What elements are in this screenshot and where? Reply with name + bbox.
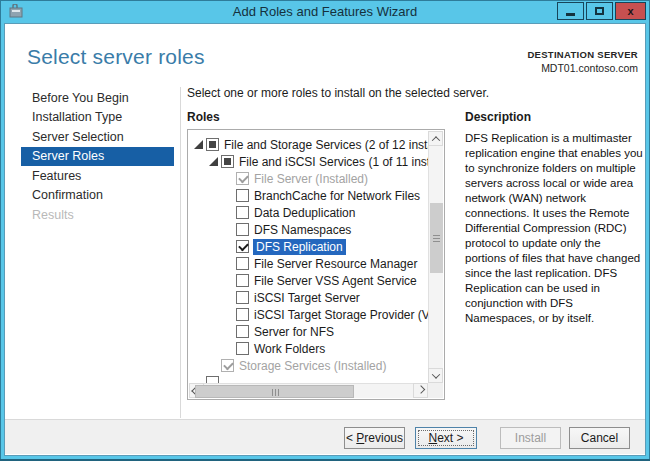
tree-item-label[interactable]: BranchCache for Network Files (254, 189, 420, 203)
tree-row-file-server-vss-agent-service[interactable]: File Server VSS Agent Service (189, 272, 428, 289)
checkbox-indeterminate[interactable] (221, 155, 234, 168)
checkbox-checked-disabled[interactable] (221, 359, 234, 372)
tree-item-label[interactable]: File Server Resource Manager (254, 257, 417, 271)
maximize-button[interactable] (586, 2, 613, 20)
tree-row-file-and-iscsi-services-1-of-1[interactable]: File and iSCSI Services (1 of 11 install… (189, 153, 428, 170)
checkbox-unchecked[interactable] (236, 189, 249, 202)
minimize-icon (566, 13, 575, 16)
roles-tree: File and Storage Services (2 of 12 insta… (189, 131, 428, 383)
description-title: Description (465, 110, 531, 124)
scrollbar-corner (428, 383, 443, 398)
vertical-scrollbar[interactable] (428, 131, 443, 383)
tree-item-label[interactable]: iSCSI Target Server (254, 291, 360, 305)
maximize-icon (595, 7, 604, 15)
install-button[interactable]: Install (500, 427, 561, 449)
close-button[interactable]: x (615, 2, 646, 20)
next-button[interactable]: Next > (415, 427, 477, 449)
scroll-up-button[interactable] (428, 131, 443, 146)
sidebar-divider (180, 87, 181, 418)
tree-item-label[interactable]: Work Folders (254, 342, 325, 356)
expander-icon[interactable] (194, 140, 203, 149)
close-icon: x (627, 6, 633, 17)
checkbox-unchecked[interactable] (236, 342, 249, 355)
sidebar-item-results: Results (21, 205, 174, 225)
tree-item-label[interactable]: iSCSI Target Storage Provider (VDS and V… (254, 308, 428, 322)
scroll-down-button[interactable] (428, 368, 443, 383)
expander-icon[interactable] (209, 157, 218, 166)
description-body: DFS Replication is a multimaster replica… (465, 131, 643, 326)
checkbox-unchecked[interactable] (236, 308, 249, 321)
cancel-button[interactable]: Cancel (569, 427, 630, 449)
tree-row-file-server-installed[interactable]: File Server (Installed) (189, 170, 428, 187)
tree-row-file-and-storage-services-2-of[interactable]: File and Storage Services (2 of 12 insta… (189, 136, 428, 153)
checkbox-checked[interactable] (236, 240, 249, 253)
minimize-button[interactable] (557, 2, 584, 20)
checkbox-checked-disabled[interactable] (236, 172, 249, 185)
destination-label: DESTINATION SERVER (527, 49, 638, 60)
tree-item-label[interactable]: File and Storage Services (2 of 12 insta… (224, 138, 428, 152)
roles-listbox: File and Storage Services (2 of 12 insta… (187, 129, 445, 400)
checkbox-unchecked[interactable] (206, 376, 219, 383)
tree-item-label[interactable]: Server for NFS (254, 325, 334, 339)
wizard-window: Add Roles and Features Wizard x Select s… (0, 0, 650, 461)
instruction-text: Select one or more roles to install on t… (187, 86, 489, 100)
sidebar-nav: Before You BeginInstallation TypeServer … (21, 88, 174, 225)
title-bar[interactable]: Add Roles and Features Wizard x (0, 0, 650, 23)
checkbox-indeterminate[interactable] (206, 138, 219, 151)
chevron-up-icon (431, 136, 439, 144)
tree-row-file-server-resource-manager[interactable]: File Server Resource Manager (189, 255, 428, 272)
tree-item-label[interactable]: File and iSCSI Services (1 of 11 install… (239, 155, 428, 169)
checkbox-unchecked[interactable] (236, 291, 249, 304)
tree-item-label[interactable]: Data Deduplication (254, 206, 355, 220)
tree-item-label[interactable]: Storage Services (Installed) (239, 359, 386, 373)
checkbox-unchecked[interactable] (236, 257, 249, 270)
window-title: Add Roles and Features Wizard (0, 4, 650, 19)
tree-row-dfs-replication[interactable]: DFS Replication (189, 238, 428, 255)
sidebar-item-confirmation[interactable]: Confirmation (21, 186, 174, 206)
tree-item-label[interactable]: File Server (Installed) (254, 172, 368, 186)
chevron-right-icon (416, 385, 424, 393)
tree-row-storage-services-installed[interactable]: Storage Services (Installed) (189, 357, 428, 374)
tree-item-label[interactable]: DFS Replication (253, 239, 346, 255)
previous-button[interactable]: < Previous (344, 427, 405, 449)
tree-item-label[interactable]: DFS Namespaces (254, 223, 351, 237)
sidebar-item-before-you-begin[interactable]: Before You Begin (21, 88, 174, 108)
tree-row-dfs-namespaces[interactable]: DFS Namespaces (189, 221, 428, 238)
tree-row-data-deduplication[interactable]: Data Deduplication (189, 204, 428, 221)
tree-row-iscsi-target-server[interactable]: iSCSI Target Server (189, 289, 428, 306)
tree-row-server-for-nfs[interactable]: Server for NFS (189, 323, 428, 340)
horizontal-scrollbar[interactable] (189, 383, 428, 398)
tree-row-branchcache-for-network-files[interactable]: BranchCache for Network Files (189, 187, 428, 204)
scroll-right-button[interactable] (413, 383, 428, 398)
sidebar-item-installation-type[interactable]: Installation Type (21, 108, 174, 128)
tree-item-label[interactable]: File Server VSS Agent Service (254, 274, 417, 288)
vertical-scroll-thumb[interactable] (430, 203, 443, 273)
tree-row-work-folders[interactable]: Work Folders (189, 340, 428, 357)
sidebar-item-features[interactable]: Features (21, 166, 174, 186)
page-title: Select server roles (27, 45, 205, 69)
tree-row-iscsi-target-storage-provider-[interactable]: iSCSI Target Storage Provider (VDS and V… (189, 306, 428, 323)
chevron-down-icon (431, 370, 439, 378)
sidebar-item-server-roles[interactable]: Server Roles (21, 147, 174, 167)
checkbox-unchecked[interactable] (236, 325, 249, 338)
checkbox-unchecked[interactable] (236, 274, 249, 287)
checkbox-unchecked[interactable] (236, 223, 249, 236)
checkbox-unchecked[interactable] (236, 206, 249, 219)
tree-row-item[interactable] (189, 374, 428, 383)
horizontal-scroll-thumb[interactable] (195, 385, 354, 398)
destination-server-name: MDT01.contoso.com (527, 62, 638, 74)
sidebar-item-server-selection[interactable]: Server Selection (21, 127, 174, 147)
roles-label: Roles (187, 110, 220, 124)
destination-server-block: DESTINATION SERVER MDT01.contoso.com (527, 49, 638, 74)
